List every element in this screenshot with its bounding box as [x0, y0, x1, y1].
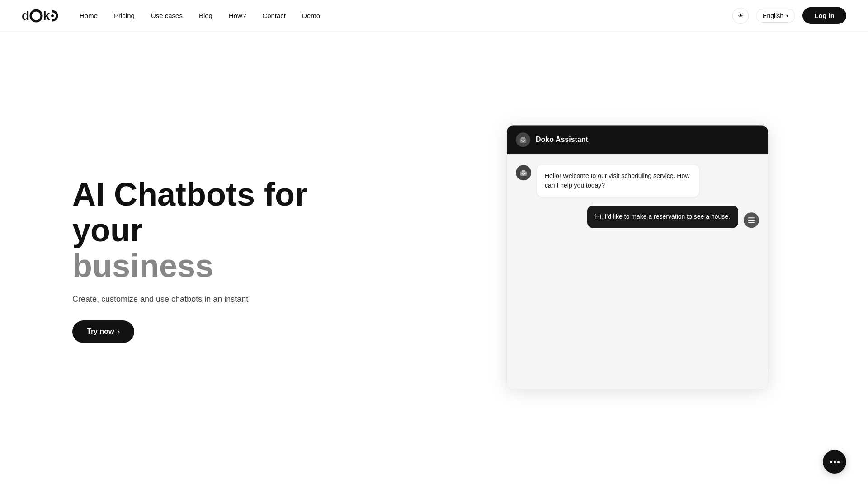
user-avatar [744, 212, 759, 228]
svg-point-13 [522, 173, 523, 174]
nav-item-blog[interactable]: Blog [199, 12, 212, 20]
svg-point-5 [51, 14, 54, 17]
svg-point-8 [521, 140, 523, 141]
language-selector[interactable]: English ▾ [756, 9, 795, 23]
svg-rect-7 [521, 137, 525, 139]
bot-avatar [516, 165, 531, 180]
arrow-icon: › [118, 328, 120, 335]
hero-section: AI Chatbots for your business Create, cu… [0, 177, 326, 343]
bot-message-text: Hello! Welcome to our visit scheduling s… [545, 172, 689, 189]
user-message-text: Hi, I'd like to make a reservation to se… [595, 213, 730, 220]
assistant-avatar-icon [519, 136, 527, 144]
bot-avatar-icon [519, 169, 528, 177]
user-avatar-lines-icon [748, 217, 755, 223]
nav-item-contact[interactable]: Contact [262, 12, 286, 20]
hero-title: AI Chatbots for your business [72, 177, 326, 284]
assistant-avatar [516, 132, 530, 147]
hero-subtitle: Create, customize and use chatbots in an… [72, 295, 326, 304]
main-content: AI Chatbots for your business Create, cu… [0, 0, 868, 488]
chat-header: Doko Assistant [507, 125, 768, 154]
chat-dots-icon [830, 461, 840, 463]
user-message: Hi, I'd like to make a reservation to se… [516, 206, 759, 228]
language-label: English [763, 12, 783, 19]
svg-rect-12 [522, 170, 525, 172]
hero-title-line2: business [72, 248, 213, 284]
theme-toggle-button[interactable]: ☀ [732, 8, 749, 24]
nav-item-home[interactable]: Home [80, 12, 98, 20]
svg-point-9 [524, 140, 525, 141]
svg-rect-10 [522, 141, 524, 142]
try-now-button[interactable]: Try now › [72, 320, 134, 343]
user-bubble: Hi, I'd like to make a reservation to se… [587, 206, 738, 228]
svg-rect-15 [523, 174, 524, 175]
navbar: d k Home Pricing Use cases Blog How? Con… [0, 0, 868, 32]
nav-right: ☀ English ▾ Log in [732, 7, 846, 24]
assistant-name: Doko Assistant [536, 136, 588, 144]
nav-links: Home Pricing Use cases Blog How? Contact… [80, 12, 320, 20]
svg-point-14 [524, 173, 526, 174]
svg-text:d: d [22, 9, 29, 23]
chat-widget-container: Doko Assistant [506, 125, 769, 389]
try-now-label: Try now [87, 328, 114, 336]
nav-item-pricing[interactable]: Pricing [114, 12, 135, 20]
bot-bubble: Hello! Welcome to our visit scheduling s… [537, 165, 699, 197]
nav-item-demo[interactable]: Demo [302, 12, 320, 20]
chat-body: Hello! Welcome to our visit scheduling s… [507, 154, 768, 389]
logo[interactable]: d k [22, 8, 58, 24]
svg-text:k: k [43, 9, 50, 23]
nav-item-use-cases[interactable]: Use cases [151, 12, 183, 20]
svg-point-1 [31, 10, 42, 21]
bot-message: Hello! Welcome to our visit scheduling s… [516, 165, 759, 197]
nav-left: d k Home Pricing Use cases Blog How? Con… [22, 8, 320, 24]
nav-item-how[interactable]: How? [229, 12, 246, 20]
floating-chat-button[interactable] [823, 450, 846, 474]
login-button[interactable]: Log in [802, 7, 846, 24]
chevron-down-icon: ▾ [786, 13, 788, 18]
logo-svg: d k [22, 8, 58, 24]
chat-window: Doko Assistant [506, 125, 769, 389]
sun-icon: ☀ [737, 11, 744, 20]
hero-title-line1: AI Chatbots for your [72, 176, 307, 248]
